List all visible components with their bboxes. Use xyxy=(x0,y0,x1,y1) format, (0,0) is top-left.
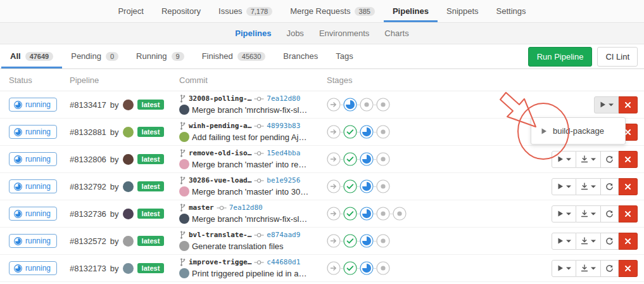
user-avatar[interactable] xyxy=(123,236,134,247)
stage-created-icon[interactable] xyxy=(393,207,407,221)
commit-sha-link[interactable]: 15ed4bba xyxy=(267,149,300,157)
branch-link[interactable]: bvl-translate-… xyxy=(189,231,251,239)
commit-message-link[interactable]: Merge branch 'mrchrisw-fix-sl… xyxy=(192,105,307,115)
filter-tab[interactable]: Finished 45630 xyxy=(193,44,275,68)
subnav-item[interactable]: Charts xyxy=(377,29,416,38)
stage-success-icon[interactable] xyxy=(343,207,357,221)
subnav-item[interactable]: Jobs xyxy=(279,29,311,38)
commit-sha-link[interactable]: 48993b83 xyxy=(267,122,300,130)
play-dropdown-button[interactable] xyxy=(552,233,576,250)
download-artifacts-dropdown-button[interactable] xyxy=(576,178,601,195)
stage-running-icon[interactable] xyxy=(360,261,374,275)
status-badge[interactable]: running xyxy=(9,98,57,112)
status-badge[interactable]: running xyxy=(9,125,57,139)
commit-sha-link[interactable]: 7ea12d80 xyxy=(229,203,263,212)
cancel-pipeline-button[interactable] xyxy=(619,205,638,223)
filter-tab[interactable]: Tags xyxy=(327,44,362,68)
filter-tab[interactable]: All 47649 xyxy=(1,44,62,68)
stage-skipped-icon[interactable] xyxy=(327,152,341,166)
ci-lint-button[interactable]: CI Lint xyxy=(597,47,638,67)
commit-author-avatar[interactable] xyxy=(179,186,189,197)
play-dropdown-button[interactable] xyxy=(552,205,576,223)
retry-pipeline-button[interactable] xyxy=(601,178,619,195)
stage-created-icon[interactable] xyxy=(360,98,374,112)
pipeline-id-link[interactable]: #8133417 xyxy=(70,100,106,110)
commit-sha-link[interactable]: be1e9256 xyxy=(267,176,300,184)
user-avatar[interactable] xyxy=(123,154,134,165)
nav-item[interactable]: Settings xyxy=(488,0,535,22)
retry-pipeline-button[interactable] xyxy=(601,233,619,250)
branch-link[interactable]: master xyxy=(189,203,214,212)
pipeline-id-link[interactable]: #8132572 xyxy=(70,236,106,246)
retry-pipeline-button[interactable] xyxy=(601,260,619,277)
download-artifacts-dropdown-button[interactable] xyxy=(576,205,601,223)
nav-item[interactable]: Project xyxy=(109,0,152,22)
commit-sha-link[interactable]: e874aad9 xyxy=(267,231,300,239)
download-artifacts-dropdown-button[interactable] xyxy=(576,260,601,277)
commit-message-link[interactable]: Print triggered pipeline id in a… xyxy=(192,269,306,278)
branch-link[interactable]: 30286-vue-load… xyxy=(189,176,251,184)
nav-item[interactable]: Repository xyxy=(153,0,210,22)
nav-item[interactable]: Issues 7,178 xyxy=(210,0,281,22)
commit-message-link[interactable]: Merge branch 'master' into re… xyxy=(192,160,306,169)
play-dropdown-button[interactable] xyxy=(552,151,576,168)
cancel-pipeline-button[interactable] xyxy=(619,233,638,250)
stage-success-icon[interactable] xyxy=(343,125,357,139)
stage-success-icon[interactable] xyxy=(343,152,357,166)
stage-skipped-icon[interactable] xyxy=(327,125,341,139)
user-avatar[interactable] xyxy=(123,263,134,274)
branch-link[interactable]: remove-old-iso… xyxy=(189,149,251,157)
status-badge[interactable]: running xyxy=(9,234,57,248)
play-dropdown-button[interactable] xyxy=(594,96,619,113)
pipeline-id-link[interactable]: #8132881 xyxy=(70,127,106,137)
nav-item[interactable]: Merge Requests 385 xyxy=(281,0,384,22)
commit-author-avatar[interactable] xyxy=(179,241,189,251)
stage-running-icon[interactable] xyxy=(360,179,374,193)
status-badge[interactable]: running xyxy=(9,207,57,221)
stage-skipped-icon[interactable] xyxy=(327,179,341,193)
stage-skipped-icon[interactable] xyxy=(327,234,341,248)
status-badge[interactable]: running xyxy=(9,261,57,275)
dropdown-item-build-package[interactable]: build-package xyxy=(531,124,625,138)
subnav-item[interactable]: Pipelines xyxy=(227,29,279,38)
filter-tab[interactable]: Pending 0 xyxy=(62,44,127,68)
play-dropdown-button[interactable] xyxy=(552,178,576,195)
cancel-pipeline-button[interactable] xyxy=(619,151,638,168)
commit-message-link[interactable]: Merge branch 'master' into 30… xyxy=(192,187,308,197)
commit-sha-link[interactable]: c44680d1 xyxy=(267,258,300,266)
stage-success-icon[interactable] xyxy=(343,234,357,248)
download-artifacts-dropdown-button[interactable] xyxy=(576,233,601,250)
filter-tab[interactable]: Running 9 xyxy=(127,44,193,68)
pipeline-id-link[interactable]: #8132792 xyxy=(70,182,106,191)
user-avatar[interactable] xyxy=(123,100,134,110)
cancel-pipeline-button[interactable] xyxy=(619,178,638,195)
stage-running-icon[interactable] xyxy=(360,152,374,166)
nav-item[interactable]: Pipelines xyxy=(384,0,438,22)
download-artifacts-dropdown-button[interactable] xyxy=(576,151,601,168)
pipeline-id-link[interactable]: #8132806 xyxy=(70,155,106,164)
cancel-pipeline-button[interactable] xyxy=(619,260,638,277)
commit-author-avatar[interactable] xyxy=(179,105,189,115)
commit-sha-link[interactable]: 7ea12d80 xyxy=(267,94,300,103)
stage-created-icon[interactable] xyxy=(376,261,390,275)
pipeline-id-link[interactable]: #8132736 xyxy=(70,209,106,219)
user-avatar[interactable] xyxy=(123,209,134,219)
stage-running-icon[interactable] xyxy=(360,125,374,139)
subnav-item[interactable]: Environments xyxy=(312,29,377,38)
run-pipeline-button[interactable]: Run Pipeline xyxy=(528,47,593,67)
stage-created-icon[interactable] xyxy=(376,125,390,139)
stage-running-icon[interactable] xyxy=(360,234,374,248)
pipeline-id-link[interactable]: #8132173 xyxy=(70,264,106,273)
branch-link[interactable]: winh-pending-a… xyxy=(189,122,251,130)
commit-author-avatar[interactable] xyxy=(179,268,189,278)
status-badge[interactable]: running xyxy=(9,179,57,193)
stage-created-icon[interactable] xyxy=(376,207,390,221)
filter-tab[interactable]: Branches xyxy=(274,44,327,68)
status-badge[interactable]: running xyxy=(9,152,57,166)
stage-running-icon[interactable] xyxy=(343,98,357,112)
user-avatar[interactable] xyxy=(123,127,134,138)
commit-author-avatar[interactable] xyxy=(179,214,189,224)
stage-success-icon[interactable] xyxy=(343,179,357,193)
cancel-pipeline-button[interactable] xyxy=(619,96,638,113)
commit-message-link[interactable]: Add failing test for pending Aj… xyxy=(192,132,306,142)
